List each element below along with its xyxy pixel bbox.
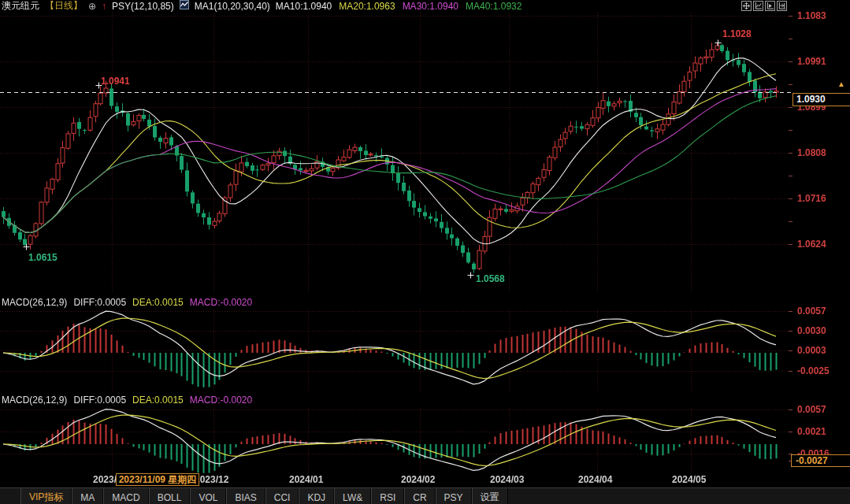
toolbar-tab-设置[interactable]: 设置 xyxy=(472,488,508,504)
period-label: 【日线】 xyxy=(45,0,83,13)
chart-header: 澳元纽元 【日线】 ⊕ ↑ PSY(12,10,85) MA1(10,20,30… xyxy=(2,0,522,12)
toolbar-tab-PSY[interactable]: PSY xyxy=(436,488,472,504)
toolbar-tab-MACD[interactable]: MACD xyxy=(103,488,148,504)
selected-date-box: 2023/11/09 星期四 xyxy=(116,473,199,486)
date-axis-label: 2024/04 xyxy=(578,474,612,485)
macd-current-value: -0.0027 xyxy=(796,455,828,466)
price-up-arrow-icon: ▲ xyxy=(837,80,845,88)
macd2-axis-label: 0.0021 xyxy=(797,426,826,437)
ma-group-label: MA1(10,20,30,40) xyxy=(195,1,270,12)
macd1-axis-label: 0.0057 xyxy=(797,306,826,317)
macd1-macd-value: MACD:-0.0020 xyxy=(190,297,252,308)
macd1-axis-label: 0.0003 xyxy=(797,345,826,356)
ma-value-label: MA40:1.0932 xyxy=(466,1,522,12)
current-price-box: 1.0930 xyxy=(792,93,850,106)
price-annotation-1.0568: 1.0568 xyxy=(476,273,505,284)
add-indicator-icon[interactable]: ⊕ xyxy=(88,1,96,12)
price-annotation-1.1028: 1.1028 xyxy=(722,28,752,39)
ma-chart-icon xyxy=(180,0,189,12)
macd-panel-2-header: MACD(26,12,9) DIFF:0.0005 DEA:0.0015 MAC… xyxy=(2,395,252,406)
buy-signal-arrow-icon: ↑ xyxy=(102,1,106,12)
macd1-axis-label: 0.0030 xyxy=(797,325,826,336)
ma-value-label: MA30:1.0940 xyxy=(403,1,458,12)
play-scroll-tool-icon[interactable] xyxy=(765,1,775,11)
ma-value-label: MA20:1.0963 xyxy=(339,1,395,12)
trading-app-window: 澳元纽元 【日线】 ⊕ ↑ PSY(12,10,85) MA1(10,20,30… xyxy=(0,0,850,504)
price-axis-label: 1.1083 xyxy=(797,10,826,21)
toolbar-tab-VOL[interactable]: VOL xyxy=(190,488,226,504)
window-tool-buttons xyxy=(741,1,787,11)
ma-values-readout: MA10:1.0940MA20:1.0963MA30:1.0940MA40:1.… xyxy=(276,1,522,12)
price-axis-label: 1.0716 xyxy=(797,193,826,204)
price-axis-label: 1.0808 xyxy=(797,147,826,158)
macd-panel-1-header: MACD(26,12,9) DIFF:0.0005 DEA:0.0015 MAC… xyxy=(2,297,252,308)
macd2-macd-value: MACD:-0.0020 xyxy=(190,395,252,406)
toolbar-tab-RSI[interactable]: RSI xyxy=(371,488,404,504)
date-axis-label: 2024/05 xyxy=(672,474,706,485)
date-axis-label: 2023/12 xyxy=(195,474,228,485)
psy-indicator-label: PSY(12,10,85) xyxy=(112,1,174,12)
symbol-name: 澳元纽元 xyxy=(2,0,39,13)
toolbar-tab-KDJ[interactable]: KDJ xyxy=(299,488,334,504)
price-axis-label: 1.0991 xyxy=(797,56,826,67)
ma-value-label: MA10:1.0940 xyxy=(276,1,332,12)
price-annotation-1.0941: 1.0941 xyxy=(101,76,130,87)
toolbar-tab-BIAS[interactable]: BIAS xyxy=(226,488,265,504)
current-price-value: 1.0930 xyxy=(796,94,826,105)
date-axis-label: 2024/01 xyxy=(289,474,323,485)
indicator-toolbar: VIP指标MAMACDBOLLVOLBIASCCIKDJLW&RSICRPSY设… xyxy=(0,487,850,504)
toolbar-tab-BOLL[interactable]: BOLL xyxy=(149,488,191,504)
toolbar-tab-CR[interactable]: CR xyxy=(404,488,435,504)
export-view-tool-icon[interactable] xyxy=(777,1,787,11)
price-annotation-1.0615: 1.0615 xyxy=(28,252,58,263)
move-tool-icon[interactable] xyxy=(741,1,752,11)
price-axis-label: 1.0624 xyxy=(797,239,826,250)
macd2-axis-label: 0.0057 xyxy=(797,404,826,415)
toolbar-tab-LW&[interactable]: LW& xyxy=(334,488,371,504)
axis-scale-tool-icon[interactable] xyxy=(753,1,763,11)
macd2-diff-value: DIFF:0.0005 xyxy=(73,395,126,406)
macd2-dea-value: DEA:0.0015 xyxy=(132,395,184,406)
macd1-dea-value: DEA:0.0015 xyxy=(132,297,184,308)
date-axis-label: 2024/02 xyxy=(401,474,435,485)
macd-current-value-box: -0.0027 xyxy=(791,454,850,467)
selected-date-label: 2023/11/09 星期四 xyxy=(119,474,197,485)
macd1-diff-value: DIFF:0.0005 xyxy=(73,297,126,308)
macd2-title: MACD(26,12,9) xyxy=(2,395,67,406)
toolbar-tab-VIP指标[interactable]: VIP指标 xyxy=(20,488,72,504)
toolbar-tab-MA[interactable]: MA xyxy=(72,488,103,504)
macd1-axis-label: -0.0025 xyxy=(797,365,830,376)
date-axis-label: 2024/03 xyxy=(490,474,524,485)
toolbar-tab-CCI[interactable]: CCI xyxy=(265,488,299,504)
macd1-title: MACD(26,12,9) xyxy=(2,297,67,308)
